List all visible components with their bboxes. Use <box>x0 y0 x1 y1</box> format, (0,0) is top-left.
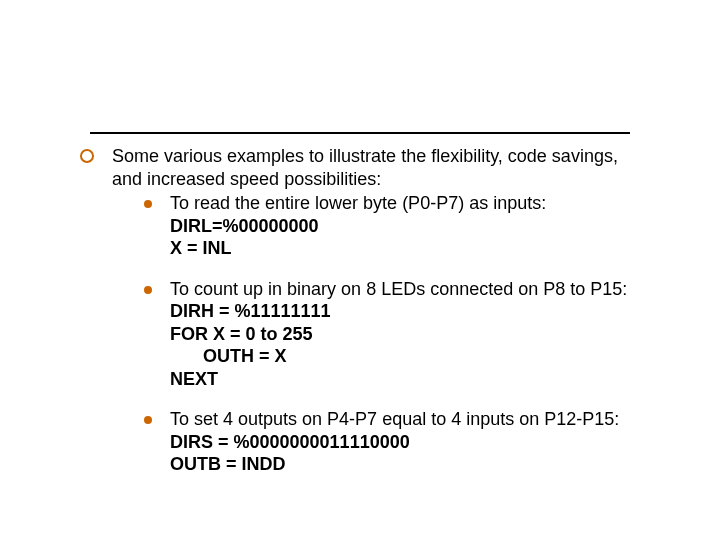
sub-text: To count up in binary on 8 LEDs connecte… <box>170 278 640 391</box>
content-block: Some various examples to illustrate the … <box>80 145 640 476</box>
main-bullet-row: Some various examples to illustrate the … <box>80 145 640 476</box>
sub-item: To count up in binary on 8 LEDs connecte… <box>144 278 640 391</box>
main-text: Some various examples to illustrate the … <box>112 145 640 476</box>
code-line: DIRL=%00000000 <box>170 216 319 236</box>
code-line: OUTH = X <box>170 346 287 366</box>
dot-bullet-icon <box>144 286 152 294</box>
dot-bullet-icon <box>144 200 152 208</box>
lead-text: To count up in binary on 8 LEDs connecte… <box>170 279 627 299</box>
sub-item: To read the entire lower byte (P0-P7) as… <box>144 192 640 260</box>
code-line: NEXT <box>170 369 218 389</box>
code-line: DIRS = %0000000011110000 <box>170 432 410 452</box>
code-line: OUTB = INDD <box>170 454 286 474</box>
sub-text: To set 4 outputs on P4-P7 equal to 4 inp… <box>170 408 640 476</box>
lead-text: To read the entire lower byte (P0-P7) as… <box>170 193 546 213</box>
circle-bullet-icon <box>80 149 94 163</box>
code-line: FOR X = 0 to 255 <box>170 324 313 344</box>
sub-item: To set 4 outputs on P4-P7 equal to 4 inp… <box>144 408 640 476</box>
lead-text: To set 4 outputs on P4-P7 equal to 4 inp… <box>170 409 619 429</box>
slide: Some various examples to illustrate the … <box>0 0 720 540</box>
intro-text: Some various examples to illustrate the … <box>112 146 618 189</box>
code-line: X = INL <box>170 238 232 258</box>
code-text: OUTH = X <box>198 346 287 366</box>
horizontal-rule <box>90 132 630 134</box>
dot-bullet-icon <box>144 416 152 424</box>
code-line: DIRH = %11111111 <box>170 301 331 321</box>
sub-list: To read the entire lower byte (P0-P7) as… <box>112 192 640 476</box>
sub-text: To read the entire lower byte (P0-P7) as… <box>170 192 640 260</box>
